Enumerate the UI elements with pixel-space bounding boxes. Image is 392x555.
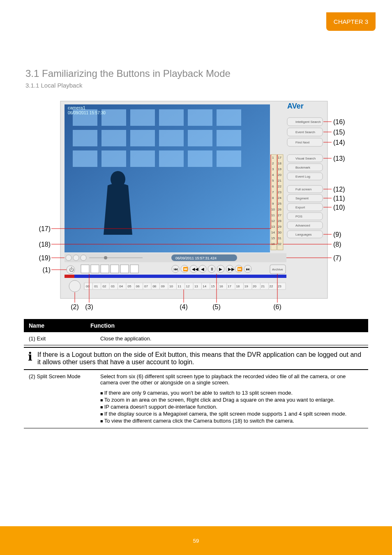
event-log-button[interactable]: Event Log <box>287 173 323 180</box>
advanced-button[interactable]: Advanced <box>287 222 323 229</box>
svg-rect-85 <box>120 265 129 273</box>
svg-text:06: 06 <box>136 284 140 288</box>
full-screen-button[interactable]: Full screen <box>287 185 323 193</box>
chapter-badge: CHAPTER 3 <box>326 12 376 31</box>
svg-text:4: 4 <box>272 173 274 177</box>
svg-text:(2): (2) <box>71 303 79 310</box>
table-row: (2) Split Screen Mode Select from six (6… <box>24 370 368 428</box>
svg-text:11: 11 <box>271 213 275 217</box>
svg-rect-17 <box>217 150 241 167</box>
snapshot-icon[interactable] <box>81 255 86 261</box>
svg-rect-107 <box>65 275 74 278</box>
svg-rect-12 <box>73 150 97 167</box>
svg-rect-2 <box>130 109 155 126</box>
table-header: Name Function <box>24 319 368 332</box>
svg-text:19: 19 <box>278 167 281 171</box>
svg-text:(3): (3) <box>85 303 93 310</box>
audio-icon[interactable] <box>73 255 79 261</box>
playback-controls[interactable]: ⏮ ⏪ ◀◀ ◀ ⏸ ▶ ▶▶ ⏩ ⏭ <box>172 265 251 273</box>
export-button[interactable]: Export <box>287 204 323 211</box>
svg-rect-84 <box>111 265 119 273</box>
svg-text:05: 05 <box>128 284 131 288</box>
page-header: CHAPTER 3 <box>0 0 392 31</box>
svg-text:17: 17 <box>278 156 281 160</box>
svg-text:03: 03 <box>111 284 115 288</box>
video-view[interactable] <box>65 104 270 252</box>
svg-text:14: 14 <box>203 284 206 288</box>
hour-strip[interactable]: 0001020304050607080910111213141516171819… <box>84 283 286 289</box>
playback-ui-figure: camera1 06/09/2011 15:57:30 1234 5678 91… <box>36 97 356 312</box>
svg-text:23: 23 <box>278 190 281 194</box>
split-notes: If there are only 9 cameras, you won't b… <box>100 390 363 424</box>
camera-label: camera1 <box>68 105 85 110</box>
svg-rect-7 <box>101 130 126 146</box>
svg-text:(16): (16) <box>333 118 345 125</box>
pos-button[interactable]: POS <box>287 213 323 220</box>
svg-text:1: 1 <box>272 156 274 160</box>
list-item: IP camera doesn't support de-interlace f… <box>100 404 363 410</box>
svg-text:31: 31 <box>278 236 281 240</box>
svg-text:Event Search: Event Search <box>295 130 315 134</box>
section-title: 3.1 Familiarizing the Buttons in Playbac… <box>25 68 392 79</box>
svg-text:Intelligent Search: Intelligent Search <box>295 120 321 124</box>
svg-text:12: 12 <box>186 284 190 288</box>
svg-rect-16 <box>188 150 212 167</box>
segment-button[interactable]: Segment <box>287 194 323 202</box>
list-item: If there are only 9 cameras, you won't b… <box>100 390 363 396</box>
progress-bar[interactable] <box>65 275 286 278</box>
jog-wheel[interactable] <box>69 280 81 292</box>
camera-timestamp: 06/09/2011 15:57:30 <box>68 111 106 115</box>
svg-text:9: 9 <box>272 202 274 206</box>
svg-text:▶: ▶ <box>219 267 222 271</box>
svg-text:POS: POS <box>295 215 302 218</box>
deinterlace-icon[interactable] <box>66 255 71 261</box>
svg-text:04: 04 <box>119 284 123 288</box>
languages-button[interactable]: Languages <box>287 231 323 238</box>
svg-rect-15 <box>159 150 184 167</box>
svg-text:Event Log: Event Log <box>295 175 310 178</box>
svg-text:16: 16 <box>219 284 223 288</box>
archive-button[interactable]: Archive <box>270 265 286 274</box>
list-item: To zoom in an area on the screen, Right … <box>100 397 363 403</box>
svg-rect-6 <box>73 130 97 146</box>
svg-text:(15): (15) <box>333 129 345 136</box>
svg-text:(7): (7) <box>333 254 341 261</box>
intelligent-search-button[interactable]: Intelligent Search <box>287 118 323 126</box>
svg-rect-14 <box>130 150 155 167</box>
svg-text:⏻: ⏻ <box>69 267 74 273</box>
svg-text:Export: Export <box>295 206 305 209</box>
bookmark-button[interactable]: Bookmark <box>287 164 323 171</box>
svg-rect-81 <box>81 265 89 273</box>
svg-text:27: 27 <box>278 213 281 217</box>
svg-text:⏮: ⏮ <box>174 267 178 271</box>
logo: AVer <box>287 102 304 110</box>
event-search-button[interactable]: Event Search <box>287 128 323 136</box>
svg-text:◀: ◀ <box>201 267 204 271</box>
svg-text:⏩: ⏩ <box>237 266 242 272</box>
svg-text:8: 8 <box>272 196 274 200</box>
list-item: If the display source is a Megapixel cam… <box>100 411 363 417</box>
svg-text:3: 3 <box>272 167 274 171</box>
svg-text:18: 18 <box>236 284 240 288</box>
svg-rect-3 <box>159 109 184 126</box>
svg-text:09: 09 <box>161 284 165 288</box>
svg-rect-4 <box>188 109 212 126</box>
svg-text:01: 01 <box>94 284 98 288</box>
visual-search-button[interactable]: Visual Search <box>287 155 323 162</box>
svg-rect-10 <box>188 130 212 146</box>
svg-text:(11): (11) <box>333 195 345 202</box>
cell-function: Select from six (6) different split scre… <box>95 370 368 428</box>
info-icon: ℹ <box>28 351 32 363</box>
svg-rect-5 <box>217 109 241 126</box>
svg-text:Bookmark: Bookmark <box>295 166 311 169</box>
svg-text:28: 28 <box>278 219 281 223</box>
svg-text:25: 25 <box>278 202 281 206</box>
svg-text:10: 10 <box>271 208 275 211</box>
svg-text:Advanced: Advanced <box>295 224 310 227</box>
svg-text:15: 15 <box>271 236 275 240</box>
side-panel: AVer Intelligent Search Event Search Fin… <box>287 102 323 238</box>
find-next-button[interactable]: Find Next <box>287 138 323 146</box>
function-table: Name Function (1) Exit Close the applica… <box>24 319 368 428</box>
svg-text:⏪: ⏪ <box>183 266 188 272</box>
svg-rect-71 <box>287 213 323 220</box>
